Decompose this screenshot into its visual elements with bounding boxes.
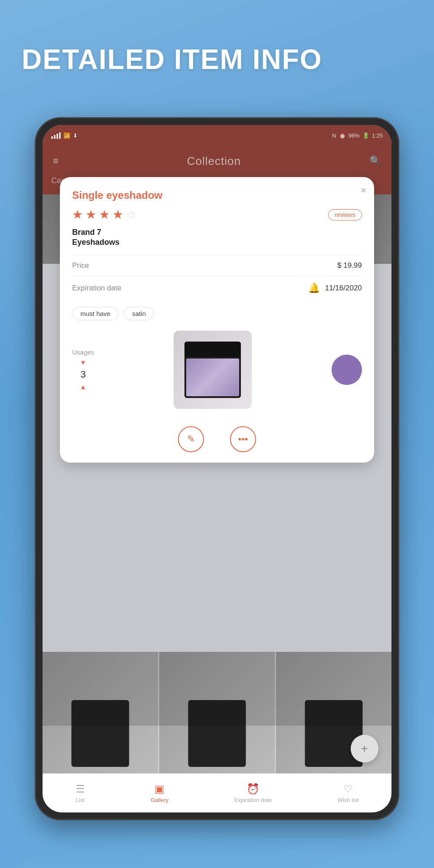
- more-button[interactable]: •••: [230, 426, 256, 452]
- nav-list-label: List: [76, 797, 85, 803]
- brand-name: Brand 7: [72, 228, 362, 237]
- tags-row: must have satin: [72, 300, 362, 324]
- expiry-row: Expiration date 🔔 11/16/2020: [72, 276, 362, 300]
- usages-count: 3: [81, 369, 86, 380]
- edit-button[interactable]: ✎: [178, 426, 204, 452]
- star-2: ★: [85, 207, 96, 222]
- edit-icon: ✎: [187, 434, 195, 445]
- expiry-label: Expiration date: [72, 284, 121, 293]
- phone-frame: 📶 ⬇ N ⏰ 96% 🔋 1:25 ≡ Collection 🔍 Care M…: [35, 117, 399, 820]
- bottom-nav: ☰ List ▣ Gallery ⏰ Expiration date ♡ Wis…: [43, 773, 391, 812]
- price-value: $ 19.99: [337, 261, 362, 270]
- fab-icon: +: [361, 742, 368, 756]
- nav-gallery-icon: ▣: [155, 783, 164, 795]
- star-3: ★: [99, 207, 110, 222]
- modal-close-button[interactable]: ×: [361, 185, 366, 196]
- nav-expiration-label: Expiration date: [234, 797, 272, 803]
- star-4: ★: [112, 207, 123, 222]
- stars-row: ★ ★ ★ ★ ☆ reviews: [72, 207, 362, 222]
- price-row: Price $ 19.99: [72, 255, 362, 276]
- nav-list-icon: ☰: [76, 783, 85, 795]
- more-icon: •••: [238, 434, 248, 445]
- color-swatch[interactable]: [332, 355, 362, 385]
- nav-wishlist-label: Wish list: [338, 797, 358, 803]
- star-5: ☆: [126, 207, 137, 222]
- nav-expiration-icon: ⏰: [247, 783, 260, 795]
- nav-gallery-label: Gallery: [151, 797, 168, 803]
- usages-label: Usages: [72, 349, 94, 356]
- bell-icon[interactable]: 🔔: [308, 283, 320, 294]
- nav-wishlist-icon: ♡: [343, 783, 353, 795]
- item-lid: [184, 342, 241, 357]
- reviews-badge[interactable]: reviews: [328, 209, 362, 220]
- usages-decrement[interactable]: ▾: [81, 358, 85, 367]
- expiry-right: 🔔 11/16/2020: [308, 283, 362, 294]
- expiry-value: 11/16/2020: [325, 284, 362, 293]
- usages-control: Usages ▾ 3 ▴: [72, 349, 94, 391]
- price-label: Price: [72, 261, 89, 270]
- nav-wishlist[interactable]: ♡ Wish list: [338, 783, 358, 803]
- item-pan: [186, 358, 239, 396]
- modal-actions: ✎ •••: [72, 421, 362, 452]
- modal-overlay: × Single eyeshadow ★ ★ ★ ★ ☆ reviews Bra…: [43, 125, 391, 726]
- item-image[interactable]: [174, 331, 252, 409]
- modal-title: Single eyeshadow: [72, 189, 362, 201]
- nav-list[interactable]: ☰ List: [76, 783, 85, 803]
- nav-expiration[interactable]: ⏰ Expiration date: [234, 783, 272, 803]
- nav-gallery[interactable]: ▣ Gallery: [151, 783, 168, 803]
- item-image-inner: [184, 342, 241, 398]
- star-1: ★: [72, 207, 83, 222]
- item-detail-modal: × Single eyeshadow ★ ★ ★ ★ ☆ reviews Bra…: [60, 177, 374, 463]
- tag-satin[interactable]: satin: [124, 307, 154, 320]
- usages-image-row: Usages ▾ 3 ▴: [72, 327, 362, 412]
- tag-must-have[interactable]: must have: [72, 307, 118, 320]
- phone-screen: 📶 ⬇ N ⏰ 96% 🔋 1:25 ≡ Collection 🔍 Care M…: [43, 125, 391, 812]
- page-title: DETAILED ITEM INFO: [22, 43, 322, 76]
- fab-button[interactable]: +: [351, 735, 378, 763]
- category-name: Eyeshadows: [72, 238, 362, 247]
- usages-increment[interactable]: ▴: [81, 382, 85, 391]
